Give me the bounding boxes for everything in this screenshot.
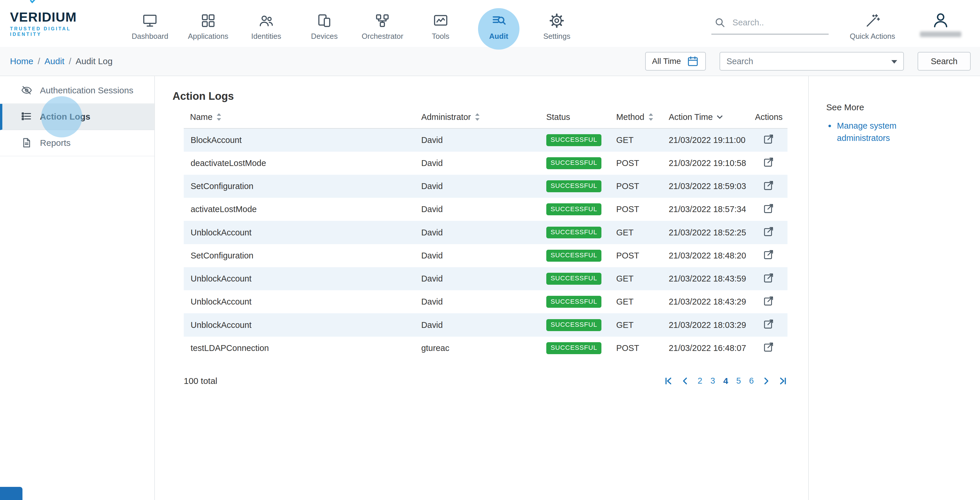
cell-action-time: 21/03/2022 18:43:59 <box>662 267 749 290</box>
cell-administrator: David <box>415 128 540 151</box>
status-badge: SUCCESSFUL <box>546 273 602 285</box>
open-log-icon[interactable] <box>755 202 775 215</box>
breadcrumb-home[interactable]: Home <box>10 56 33 66</box>
next-page-icon[interactable] <box>762 377 771 385</box>
status-badge: SUCCESSFUL <box>546 250 602 262</box>
table-row[interactable]: UnblockAccount David SUCCESSFUL GET 21/0… <box>184 267 788 290</box>
nav-applications[interactable]: Applications <box>185 6 232 41</box>
nav-label: Dashboard <box>132 32 168 41</box>
sidebar-item-label: Action Logs <box>40 112 91 122</box>
cell-name: activateLostMode <box>184 198 415 221</box>
page-link[interactable]: 6 <box>749 376 754 385</box>
cell-action-time: 21/03/2022 19:11:00 <box>662 128 749 151</box>
column-header-action-time[interactable]: Action Time <box>662 108 749 128</box>
pagination: 2 3 4 5 6 <box>664 376 788 386</box>
nav-label: Tools <box>432 32 449 41</box>
cell-administrator: David <box>415 152 540 175</box>
status-badge: SUCCESSFUL <box>546 296 602 308</box>
open-log-icon[interactable] <box>755 272 775 284</box>
cell-administrator: David <box>415 313 540 336</box>
nav-dashboard[interactable]: Dashboard <box>126 6 174 41</box>
chat-widget-stub[interactable] <box>0 487 22 500</box>
list-magnifier-icon <box>491 13 507 29</box>
sidebar-item-reports[interactable]: Reports <box>0 130 154 156</box>
cell-action-time: 21/03/2022 18:57:34 <box>662 198 749 221</box>
status-badge: SUCCESSFUL <box>546 203 602 215</box>
nav-orchestrator[interactable]: Orchestrator <box>359 6 406 41</box>
quick-actions-label: Quick Actions <box>850 32 896 41</box>
search-button[interactable]: Search <box>918 52 970 71</box>
open-log-icon[interactable] <box>755 248 775 261</box>
nav-audit[interactable]: Audit <box>475 6 522 41</box>
open-log-icon[interactable] <box>755 225 775 238</box>
sidebar-item-authentication-sessions[interactable]: Authentication Sessions <box>0 78 154 104</box>
page-link[interactable]: 5 <box>736 376 741 385</box>
veridium-logo[interactable]: VERIDIUM TRUSTED DIGITAL IDENTITY <box>10 10 103 37</box>
table-row[interactable]: SetConfiguration David SUCCESSFUL POST 2… <box>184 175 788 198</box>
last-page-icon[interactable] <box>779 377 788 385</box>
open-log-icon[interactable] <box>755 156 775 168</box>
table-row[interactable]: activateLostMode David SUCCESSFUL POST 2… <box>184 198 788 221</box>
table-row[interactable]: UnblockAccount David SUCCESSFUL GET 21/0… <box>184 221 788 244</box>
open-log-icon[interactable] <box>755 179 775 192</box>
cell-administrator: David <box>415 290 540 313</box>
column-header-method[interactable]: Method <box>610 108 662 128</box>
workflow-icon <box>374 13 391 29</box>
table-row[interactable]: testLDAPConnection gtureac SUCCESSFUL PO… <box>184 337 788 360</box>
status-badge: SUCCESSFUL <box>546 227 602 239</box>
cell-name: BlockAccount <box>184 128 415 151</box>
avatar-icon <box>932 11 950 29</box>
nav-settings[interactable]: Settings <box>533 6 581 41</box>
nav-label: Audit <box>489 32 508 41</box>
action-logs-table: Name Administrator Status Method Action … <box>184 108 788 360</box>
open-log-icon[interactable] <box>755 133 775 145</box>
table-row[interactable]: SetConfiguration David SUCCESSFUL POST 2… <box>184 244 788 267</box>
log-list-icon <box>21 111 32 123</box>
nav-devices[interactable]: Devices <box>301 6 348 41</box>
status-badge: SUCCESSFUL <box>546 342 602 354</box>
table-row[interactable]: UnblockAccount David SUCCESSFUL GET 21/0… <box>184 313 788 336</box>
logo-check-icon <box>29 0 37 5</box>
user-menu[interactable] <box>916 6 965 37</box>
cell-method: GET <box>610 290 662 313</box>
cell-name: UnblockAccount <box>184 313 415 336</box>
column-header-name[interactable]: Name <box>184 108 415 128</box>
cell-administrator: David <box>415 175 540 198</box>
cell-name: UnblockAccount <box>184 221 415 244</box>
table-row[interactable]: UnblockAccount David SUCCESSFUL GET 21/0… <box>184 290 788 313</box>
open-log-icon[interactable] <box>755 341 775 353</box>
cell-administrator: David <box>415 198 540 221</box>
first-page-icon[interactable] <box>664 377 673 385</box>
column-header-administrator[interactable]: Administrator <box>415 108 540 128</box>
nav-label: Applications <box>188 32 228 41</box>
cell-action-time: 21/03/2022 18:59:03 <box>662 175 749 198</box>
search-input[interactable] <box>732 18 820 27</box>
time-range-button[interactable]: All Time <box>645 52 706 71</box>
open-log-icon[interactable] <box>755 318 775 330</box>
logo-tagline: TRUSTED DIGITAL IDENTITY <box>10 26 103 37</box>
breadcrumb-separator: / <box>38 56 40 66</box>
page-link-current[interactable]: 4 <box>723 376 728 386</box>
page-link[interactable]: 3 <box>711 376 715 385</box>
previous-page-icon[interactable] <box>681 377 689 385</box>
header-right: Quick Actions <box>711 6 965 41</box>
nav-identities[interactable]: Identities <box>242 6 290 41</box>
cell-method: POST <box>610 198 662 221</box>
nav-tools[interactable]: Tools <box>417 6 465 41</box>
search-filter-dropdown[interactable]: Search <box>719 52 904 71</box>
status-badge: SUCCESSFUL <box>546 157 602 169</box>
sidebar-item-label: Reports <box>40 138 71 148</box>
page-link[interactable]: 2 <box>698 376 702 385</box>
quick-actions-button[interactable]: Quick Actions <box>848 6 897 41</box>
gear-icon <box>549 13 565 29</box>
cell-name: SetConfiguration <box>184 175 415 198</box>
table-row[interactable]: BlockAccount David SUCCESSFUL GET 21/03/… <box>184 128 788 151</box>
breadcrumb-audit[interactable]: Audit <box>45 56 64 66</box>
table-row[interactable]: deactivateLostMode David SUCCESSFUL POST… <box>184 152 788 175</box>
sidebar-item-action-logs[interactable]: Action Logs <box>0 104 154 130</box>
manage-system-administrators-link[interactable]: Manage system administrators <box>837 120 911 144</box>
magic-wand-icon <box>864 13 881 29</box>
open-log-icon[interactable] <box>755 295 775 307</box>
calendar-icon <box>687 55 699 68</box>
cell-action-time: 21/03/2022 18:52:25 <box>662 221 749 244</box>
